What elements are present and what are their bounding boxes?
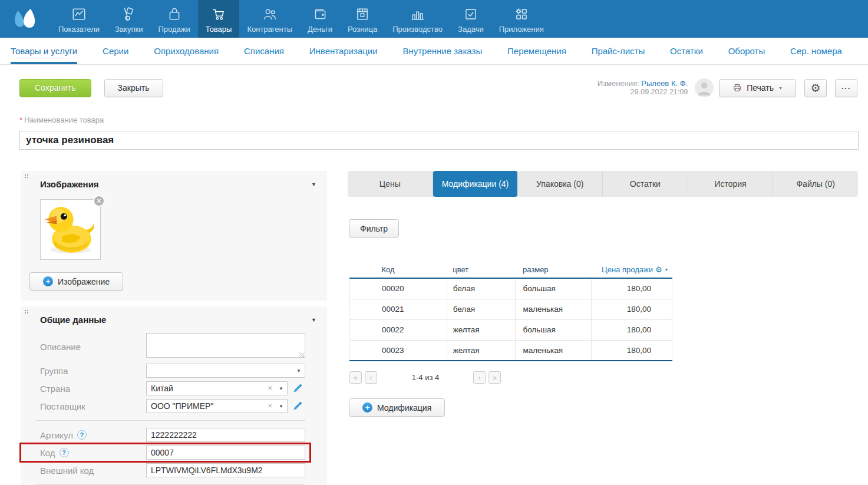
edit-supplier-button[interactable] [293,401,302,411]
subnav-receivings[interactable]: Оприходования [154,38,219,64]
nav-item-goods[interactable]: Товары [198,0,240,38]
column-settings-gear-icon[interactable]: ⚙ [655,265,662,274]
chevron-down-icon[interactable]: ▼ [279,386,283,391]
page-prev-button[interactable]: ‹ [365,371,377,384]
table-row[interactable]: 00023 желтая маленькая 180,00 [350,340,672,361]
cell-code[interactable]: 00023 [350,340,447,361]
cell-code[interactable]: 00022 [350,319,447,340]
column-header-price[interactable]: Цена продажи ⚙ ▼ [592,261,672,278]
chevron-down-icon[interactable]: ▼ [665,268,669,272]
save-button[interactable]: Сохранить [19,79,91,97]
table-row[interactable]: 00020 белая большая 180,00 [350,278,672,299]
add-image-button[interactable]: + Изображение [29,272,123,291]
subnav-label: Перемещения [507,46,566,56]
page-first-button[interactable]: « [349,371,362,384]
close-button[interactable]: Закрыть [104,79,163,97]
collapse-caret-icon[interactable]: ▼ [311,317,316,323]
page-last-button[interactable]: » [489,371,501,384]
add-modification-button[interactable]: + Модификация [349,398,445,417]
nav-item-counterparties[interactable]: Контрагенты [239,0,300,38]
group-select[interactable] [146,364,305,378]
nav-item-sales[interactable]: Продажи [150,0,197,38]
cell-code[interactable]: 00021 [350,299,447,319]
filter-button[interactable]: Фильтр [349,219,399,237]
tab-modifications[interactable]: Модификации (4) [433,171,518,197]
general-fields: Описание Группа ▼ Страна × ▼ [21,325,327,485]
description-textarea[interactable] [146,333,305,358]
cell-code[interactable]: 00020 [350,278,447,299]
code-input[interactable] [146,446,305,460]
drag-handle-icon[interactable] [24,174,28,179]
nav-item-production[interactable]: Производство [385,0,450,38]
tab-packaging[interactable]: Упаковка (0) [517,171,603,197]
subnav-pricelists[interactable]: Прайс-листы [592,38,645,64]
drag-handle-icon[interactable] [24,309,28,314]
required-asterisk: * [19,116,22,124]
article-label: Артикул [40,430,73,440]
product-name-input[interactable] [19,131,859,150]
chevron-down-icon[interactable]: ▼ [279,404,283,409]
subnav-series[interactable]: Серии [103,38,128,64]
production-bars-icon [410,6,425,22]
more-actions-button[interactable]: ··· [835,79,857,97]
page-next-icon: › [478,374,481,382]
subnav-inventories[interactable]: Инвентаризации [309,38,378,64]
cell-size: маленькая [516,340,592,361]
subnav-serial-numbers[interactable]: Сер. номера [790,38,842,64]
subnav-goods-and-services[interactable]: Товары и услуги [11,38,77,64]
column-header-code[interactable]: Код [350,261,447,278]
settings-button[interactable]: ⚙ [804,79,827,97]
user-avatar[interactable] [695,78,714,97]
cell-size: маленькая [516,299,592,319]
description-row: Описание [40,333,305,360]
nav-item-purchases[interactable]: Закупки [107,0,150,38]
table-row[interactable]: 00021 белая маленькая 180,00 [350,299,672,319]
clear-icon[interactable]: × [268,384,272,392]
subnav-stock[interactable]: Остатки [670,38,703,64]
subnav-label: Обороты [728,46,765,56]
product-image-thumbnail[interactable]: × [40,199,101,260]
nav-item-money[interactable]: Деньги [300,0,340,38]
tab-stock[interactable]: Остатки [603,171,688,197]
column-header-size[interactable]: размер [516,261,592,278]
column-header-price-text: Цена продажи [602,265,653,274]
tab-history[interactable]: История [688,171,774,197]
tab-label: Файлы (0) [796,179,834,189]
page-next-button[interactable]: › [473,371,486,384]
changes-user-link[interactable]: Рылеев К. Ф. [641,79,688,88]
moysklad-logo[interactable] [0,0,51,38]
article-input[interactable] [146,428,305,442]
supplier-select[interactable] [146,399,288,413]
nav-item-label: Розница [348,25,377,34]
section-divider [35,420,305,421]
print-button[interactable]: Печать ▼ [719,79,796,97]
help-icon[interactable]: ? [60,448,69,457]
nav-item-retail[interactable]: Розница [340,0,385,38]
table-row[interactable]: 00022 желтая большая 180,00 [350,319,672,340]
nav-item-indicators[interactable]: Показатели [51,0,107,38]
country-select[interactable] [146,381,288,395]
changes-date: 29.09.2022 21:09 [598,88,688,97]
chevron-down-icon[interactable]: ▼ [296,368,301,374]
subnav-transfers[interactable]: Перемещения [507,38,566,64]
nav-item-tasks[interactable]: Задачи [450,0,491,38]
subnav-internal-orders[interactable]: Внутренние заказы [402,38,482,64]
pencil-icon [293,384,302,393]
remove-image-icon[interactable]: × [93,195,105,207]
nav-item-label: Закупки [115,25,143,34]
tab-prices[interactable]: Цены [348,171,433,197]
subnav-label: Внутренние заказы [402,46,482,56]
edit-country-button[interactable] [293,384,302,393]
column-header-color[interactable]: цвет [447,261,516,278]
subnav-label: Остатки [670,46,703,56]
subnav-turnover[interactable]: Обороты [728,38,765,64]
help-icon[interactable]: ? [77,430,87,440]
images-panel-title-text: Изображения [40,179,99,189]
subnav-writeoffs[interactable]: Списания [244,38,284,64]
tab-label: Остатки [630,179,661,189]
external-code-input[interactable] [146,463,305,477]
clear-icon[interactable]: × [268,401,272,410]
tab-files[interactable]: Файлы (0) [773,171,858,197]
nav-item-apps[interactable]: Приложения [491,0,552,38]
collapse-caret-icon[interactable]: ▼ [311,182,316,187]
